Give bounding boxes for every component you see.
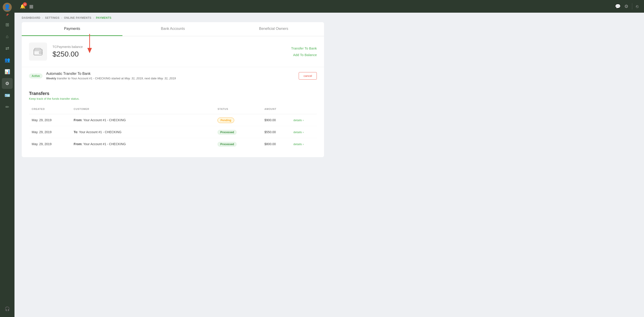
calendar-button[interactable]: ▦	[29, 3, 34, 9]
table-body: May. 29, 2019 From: Your Account #1 - CH…	[29, 114, 317, 150]
people-icon: 👥	[4, 57, 10, 63]
status-badge-2: Processed	[218, 142, 237, 147]
content-area: DASHBOARD › SETTINGS › ONLINE PAYMENTS ›…	[14, 13, 644, 317]
details-link-0[interactable]: details ›	[294, 118, 304, 122]
topbar: 🔔 4 ▦ 💬 ⚙ ⎋	[14, 0, 644, 13]
breadcrumb-sep-1: ›	[42, 16, 43, 19]
sidebar-bottom: 🎧	[2, 304, 13, 317]
sidebar-item-home[interactable]: ⌂	[2, 31, 13, 42]
avatar[interactable]	[3, 3, 12, 12]
cell-customer-0: From: Your Account #1 - CHECKING	[71, 114, 215, 126]
breadcrumb-payments[interactable]: PAYMENTS	[96, 16, 112, 19]
table-row: May. 29, 2019 From: Your Account #1 - CH…	[29, 114, 317, 126]
details-link-2[interactable]: details ›	[294, 142, 304, 146]
bottom-spacer	[22, 150, 324, 157]
auto-transfer-title: Automatic Transfer To Bank	[46, 72, 299, 76]
settings-button[interactable]: ⚙	[624, 3, 628, 9]
table-row: May. 29, 2019 From: Your Account #1 - CH…	[29, 138, 317, 150]
tab-beneficial-owners[interactable]: Beneficial Owners	[223, 22, 324, 36]
svg-rect-2	[34, 49, 42, 55]
sidebar-item-chart[interactable]: 📊	[2, 66, 13, 77]
logout-icon: ⎋	[636, 4, 638, 9]
wallet-icon	[29, 42, 47, 61]
col-created: CREATED	[29, 106, 71, 114]
cell-status-1: Processed	[215, 126, 262, 138]
topbar-divider	[632, 3, 632, 9]
cell-customer-1: To: Your Account #1 - CHECKING	[71, 126, 215, 138]
sidebar-item-grid[interactable]: ⊞	[2, 19, 13, 30]
breadcrumb-online-payments[interactable]: ONLINE PAYMENTS	[64, 16, 92, 19]
cell-amount-2: $800.00	[262, 138, 291, 150]
chat-icon: 💬	[615, 4, 621, 9]
sidebar-item-support[interactable]: 🎧	[2, 304, 13, 314]
balance-info: TCPayments balance $250.00	[52, 45, 291, 58]
sidebar-item-people[interactable]: 👥	[2, 54, 13, 65]
breadcrumb-sep-3: ›	[93, 16, 94, 19]
transfers-title: Transfers	[29, 91, 317, 96]
details-link-1[interactable]: details ›	[294, 130, 304, 134]
col-customer: CUSTOMER	[71, 106, 215, 114]
status-badge-0: Pending	[218, 118, 234, 123]
balance-label: TCPayments balance	[52, 45, 291, 49]
headphones-icon: 🎧	[5, 306, 10, 311]
auto-transfer-next-text: , next date	[143, 77, 157, 80]
logout-button[interactable]: ⎋	[636, 4, 638, 9]
main-wrapper: 🔔 4 ▦ 💬 ⚙ ⎋ DASHBOARD › SETTINGS › ONLIN…	[14, 0, 644, 317]
transfers-subtitle: Keep track of the funds transfer status.	[29, 97, 317, 100]
id-icon: 🪪	[4, 92, 10, 98]
active-badge: Active	[29, 73, 42, 78]
sidebar-item-tools[interactable]: ⚙	[2, 78, 13, 89]
auto-transfer-start-date: May. 31, 2019	[124, 77, 143, 80]
sidebar-item-transfer[interactable]: ⇄	[2, 43, 13, 54]
auto-transfer-text: transfer to Your Account #1 - CHECKING s…	[56, 77, 124, 80]
auto-transfer-bold: Weekly	[46, 77, 56, 80]
page-container: Payments Bank Accounts Beneficial Owners	[14, 22, 331, 164]
pen-icon: ✏	[6, 104, 9, 110]
balance-section: TCPayments balance $250.00 Transfer To B…	[22, 36, 324, 67]
chat-button[interactable]: 💬	[615, 3, 621, 9]
sidebar-item-pen[interactable]: ✏	[2, 101, 13, 112]
table-header: CREATED CUSTOMER STATUS AMOUNT	[29, 106, 317, 114]
breadcrumb: DASHBOARD › SETTINGS › ONLINE PAYMENTS ›…	[14, 13, 644, 22]
tabs-container: Payments Bank Accounts Beneficial Owners	[22, 22, 324, 36]
cell-details-2: details ›	[291, 138, 317, 150]
auto-transfer-desc: Weekly transfer to Your Account #1 - CHE…	[46, 77, 299, 80]
sidebar-nav: ⊞ ⌂ ⇄ 👥 📊 ⚙ 🪪 ✏	[0, 17, 14, 304]
gear-icon: ⚙	[624, 4, 628, 9]
transfer-to-bank-link[interactable]: Transfer To Bank	[291, 46, 317, 50]
auto-transfer-section: Active Automatic Transfer To Bank Weekly…	[22, 67, 324, 85]
tools-icon: ⚙	[5, 81, 9, 86]
balance-container: TCPayments balance $250.00 Transfer To B…	[22, 36, 324, 67]
chart-icon: 📊	[4, 69, 10, 74]
cancel-button[interactable]: cancel	[299, 72, 317, 80]
grid-icon: ⊞	[6, 22, 9, 27]
transfers-section: Transfers Keep track of the funds transf…	[22, 85, 324, 150]
cell-status-0: Pending	[215, 114, 262, 126]
breadcrumb-settings[interactable]: SETTINGS	[45, 16, 60, 19]
notification-badge: 4	[23, 2, 27, 6]
cell-amount-1: $550.00	[262, 126, 291, 138]
breadcrumb-dashboard[interactable]: DASHBOARD	[22, 16, 40, 19]
auto-transfer-info: Automatic Transfer To Bank Weekly transf…	[46, 72, 299, 80]
add-to-balance-link[interactable]: Add To Balance	[293, 53, 317, 57]
transfer-icon: ⇄	[6, 45, 9, 51]
auto-transfer-next-date: May. 31, 2019	[158, 77, 176, 80]
cell-customer-2: From: Your Account #1 - CHECKING	[71, 138, 215, 150]
breadcrumb-sep-2: ›	[61, 16, 62, 19]
pin-icon: 📌	[6, 13, 8, 16]
home-icon: ⌂	[6, 34, 8, 39]
transfers-table: CREATED CUSTOMER STATUS AMOUNT May. 29, …	[29, 106, 317, 150]
balance-amount: $250.00	[52, 50, 291, 58]
col-actions	[291, 106, 317, 114]
cell-created-2: May. 29, 2019	[29, 138, 71, 150]
table-row: May. 29, 2019 To: Your Account #1 - CHEC…	[29, 126, 317, 138]
sidebar-item-id[interactable]: 🪪	[2, 90, 13, 101]
tab-bank-accounts[interactable]: Bank Accounts	[122, 22, 223, 36]
tab-payments[interactable]: Payments	[22, 22, 122, 36]
cell-status-2: Processed	[215, 138, 262, 150]
cell-created-1: May. 29, 2019	[29, 126, 71, 138]
calendar-icon: ▦	[29, 4, 34, 9]
notification-bell[interactable]: 🔔 4	[20, 3, 26, 9]
col-status: STATUS	[215, 106, 262, 114]
card-wrapper: TCPayments balance $250.00 Transfer To B…	[22, 36, 324, 157]
